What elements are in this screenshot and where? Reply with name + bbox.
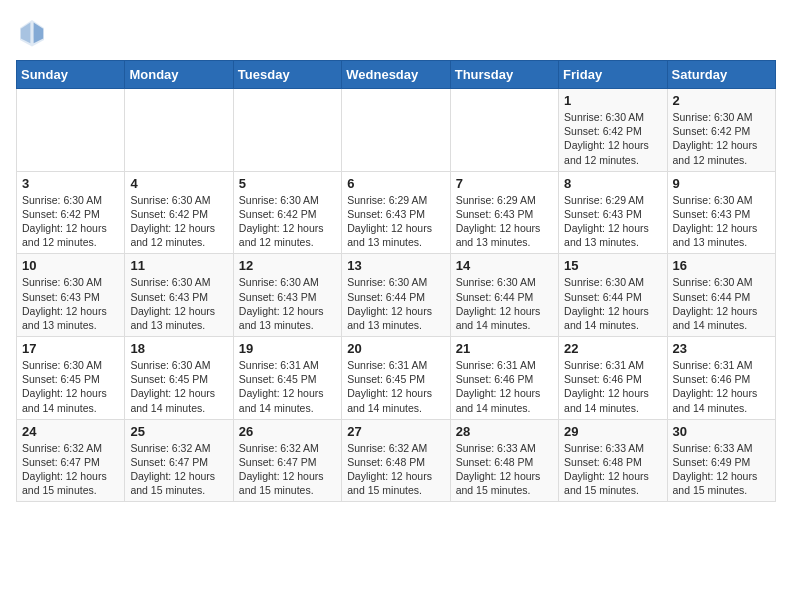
day-number: 25 — [130, 424, 227, 439]
day-info: Sunrise: 6:33 AM Sunset: 6:48 PM Dayligh… — [456, 441, 553, 498]
day-number: 10 — [22, 258, 119, 273]
day-number: 18 — [130, 341, 227, 356]
calendar-week-row: 17Sunrise: 6:30 AM Sunset: 6:45 PM Dayli… — [17, 337, 776, 420]
day-info: Sunrise: 6:30 AM Sunset: 6:45 PM Dayligh… — [130, 358, 227, 415]
day-header-tuesday: Tuesday — [233, 61, 341, 89]
day-info: Sunrise: 6:30 AM Sunset: 6:42 PM Dayligh… — [22, 193, 119, 250]
day-info: Sunrise: 6:33 AM Sunset: 6:49 PM Dayligh… — [673, 441, 770, 498]
day-info: Sunrise: 6:30 AM Sunset: 6:44 PM Dayligh… — [456, 275, 553, 332]
day-header-thursday: Thursday — [450, 61, 558, 89]
calendar-day-cell: 14Sunrise: 6:30 AM Sunset: 6:44 PM Dayli… — [450, 254, 558, 337]
day-number: 17 — [22, 341, 119, 356]
calendar-day-cell: 27Sunrise: 6:32 AM Sunset: 6:48 PM Dayli… — [342, 419, 450, 502]
day-number: 1 — [564, 93, 661, 108]
day-number: 27 — [347, 424, 444, 439]
calendar-day-cell — [125, 89, 233, 172]
calendar-week-row: 24Sunrise: 6:32 AM Sunset: 6:47 PM Dayli… — [17, 419, 776, 502]
day-info: Sunrise: 6:30 AM Sunset: 6:44 PM Dayligh… — [347, 275, 444, 332]
day-info: Sunrise: 6:30 AM Sunset: 6:43 PM Dayligh… — [239, 275, 336, 332]
day-number: 12 — [239, 258, 336, 273]
day-header-sunday: Sunday — [17, 61, 125, 89]
calendar-header: SundayMondayTuesdayWednesdayThursdayFrid… — [17, 61, 776, 89]
calendar-day-cell — [450, 89, 558, 172]
calendar-day-cell: 2Sunrise: 6:30 AM Sunset: 6:42 PM Daylig… — [667, 89, 775, 172]
calendar-body: 1Sunrise: 6:30 AM Sunset: 6:42 PM Daylig… — [17, 89, 776, 502]
day-number: 14 — [456, 258, 553, 273]
day-info: Sunrise: 6:29 AM Sunset: 6:43 PM Dayligh… — [564, 193, 661, 250]
day-number: 6 — [347, 176, 444, 191]
calendar-day-cell: 21Sunrise: 6:31 AM Sunset: 6:46 PM Dayli… — [450, 337, 558, 420]
calendar-week-row: 3Sunrise: 6:30 AM Sunset: 6:42 PM Daylig… — [17, 171, 776, 254]
day-number: 8 — [564, 176, 661, 191]
day-number: 23 — [673, 341, 770, 356]
day-info: Sunrise: 6:29 AM Sunset: 6:43 PM Dayligh… — [347, 193, 444, 250]
day-info: Sunrise: 6:30 AM Sunset: 6:44 PM Dayligh… — [673, 275, 770, 332]
calendar-day-cell: 19Sunrise: 6:31 AM Sunset: 6:45 PM Dayli… — [233, 337, 341, 420]
day-info: Sunrise: 6:30 AM Sunset: 6:45 PM Dayligh… — [22, 358, 119, 415]
day-info: Sunrise: 6:30 AM Sunset: 6:42 PM Dayligh… — [673, 110, 770, 167]
calendar-day-cell: 18Sunrise: 6:30 AM Sunset: 6:45 PM Dayli… — [125, 337, 233, 420]
calendar-day-cell: 8Sunrise: 6:29 AM Sunset: 6:43 PM Daylig… — [559, 171, 667, 254]
logo — [16, 16, 52, 48]
day-info: Sunrise: 6:30 AM Sunset: 6:43 PM Dayligh… — [130, 275, 227, 332]
day-info: Sunrise: 6:31 AM Sunset: 6:46 PM Dayligh… — [456, 358, 553, 415]
calendar-day-cell — [342, 89, 450, 172]
day-header-monday: Monday — [125, 61, 233, 89]
day-number: 22 — [564, 341, 661, 356]
day-number: 20 — [347, 341, 444, 356]
day-info: Sunrise: 6:30 AM Sunset: 6:42 PM Dayligh… — [130, 193, 227, 250]
calendar-day-cell: 13Sunrise: 6:30 AM Sunset: 6:44 PM Dayli… — [342, 254, 450, 337]
day-number: 13 — [347, 258, 444, 273]
calendar-week-row: 10Sunrise: 6:30 AM Sunset: 6:43 PM Dayli… — [17, 254, 776, 337]
calendar-day-cell: 6Sunrise: 6:29 AM Sunset: 6:43 PM Daylig… — [342, 171, 450, 254]
day-number: 15 — [564, 258, 661, 273]
calendar-day-cell: 30Sunrise: 6:33 AM Sunset: 6:49 PM Dayli… — [667, 419, 775, 502]
day-info: Sunrise: 6:31 AM Sunset: 6:45 PM Dayligh… — [347, 358, 444, 415]
calendar-day-cell: 9Sunrise: 6:30 AM Sunset: 6:43 PM Daylig… — [667, 171, 775, 254]
day-number: 28 — [456, 424, 553, 439]
calendar-day-cell: 7Sunrise: 6:29 AM Sunset: 6:43 PM Daylig… — [450, 171, 558, 254]
day-info: Sunrise: 6:30 AM Sunset: 6:42 PM Dayligh… — [239, 193, 336, 250]
day-info: Sunrise: 6:32 AM Sunset: 6:47 PM Dayligh… — [22, 441, 119, 498]
day-number: 3 — [22, 176, 119, 191]
day-header-wednesday: Wednesday — [342, 61, 450, 89]
calendar-day-cell: 17Sunrise: 6:30 AM Sunset: 6:45 PM Dayli… — [17, 337, 125, 420]
calendar-day-cell: 3Sunrise: 6:30 AM Sunset: 6:42 PM Daylig… — [17, 171, 125, 254]
calendar-day-cell: 16Sunrise: 6:30 AM Sunset: 6:44 PM Dayli… — [667, 254, 775, 337]
day-info: Sunrise: 6:31 AM Sunset: 6:46 PM Dayligh… — [673, 358, 770, 415]
day-info: Sunrise: 6:31 AM Sunset: 6:45 PM Dayligh… — [239, 358, 336, 415]
calendar-table: SundayMondayTuesdayWednesdayThursdayFrid… — [16, 60, 776, 502]
day-info: Sunrise: 6:29 AM Sunset: 6:43 PM Dayligh… — [456, 193, 553, 250]
day-number: 5 — [239, 176, 336, 191]
calendar-day-cell: 22Sunrise: 6:31 AM Sunset: 6:46 PM Dayli… — [559, 337, 667, 420]
day-number: 4 — [130, 176, 227, 191]
calendar-day-cell: 4Sunrise: 6:30 AM Sunset: 6:42 PM Daylig… — [125, 171, 233, 254]
calendar-day-cell: 1Sunrise: 6:30 AM Sunset: 6:42 PM Daylig… — [559, 89, 667, 172]
day-number: 11 — [130, 258, 227, 273]
calendar-day-cell — [233, 89, 341, 172]
day-number: 30 — [673, 424, 770, 439]
day-info: Sunrise: 6:30 AM Sunset: 6:43 PM Dayligh… — [673, 193, 770, 250]
day-info: Sunrise: 6:32 AM Sunset: 6:47 PM Dayligh… — [130, 441, 227, 498]
day-header-saturday: Saturday — [667, 61, 775, 89]
calendar-day-cell: 25Sunrise: 6:32 AM Sunset: 6:47 PM Dayli… — [125, 419, 233, 502]
calendar-day-cell: 5Sunrise: 6:30 AM Sunset: 6:42 PM Daylig… — [233, 171, 341, 254]
day-number: 7 — [456, 176, 553, 191]
day-info: Sunrise: 6:30 AM Sunset: 6:43 PM Dayligh… — [22, 275, 119, 332]
day-info: Sunrise: 6:30 AM Sunset: 6:44 PM Dayligh… — [564, 275, 661, 332]
day-info: Sunrise: 6:31 AM Sunset: 6:46 PM Dayligh… — [564, 358, 661, 415]
calendar-day-cell: 10Sunrise: 6:30 AM Sunset: 6:43 PM Dayli… — [17, 254, 125, 337]
logo-icon — [16, 16, 48, 48]
day-number: 24 — [22, 424, 119, 439]
day-number: 26 — [239, 424, 336, 439]
day-header-friday: Friday — [559, 61, 667, 89]
day-number: 19 — [239, 341, 336, 356]
calendar-week-row: 1Sunrise: 6:30 AM Sunset: 6:42 PM Daylig… — [17, 89, 776, 172]
day-info: Sunrise: 6:32 AM Sunset: 6:48 PM Dayligh… — [347, 441, 444, 498]
day-number: 16 — [673, 258, 770, 273]
day-number: 21 — [456, 341, 553, 356]
day-number: 29 — [564, 424, 661, 439]
page-header — [16, 16, 776, 48]
days-of-week-row: SundayMondayTuesdayWednesdayThursdayFrid… — [17, 61, 776, 89]
calendar-day-cell: 26Sunrise: 6:32 AM Sunset: 6:47 PM Dayli… — [233, 419, 341, 502]
